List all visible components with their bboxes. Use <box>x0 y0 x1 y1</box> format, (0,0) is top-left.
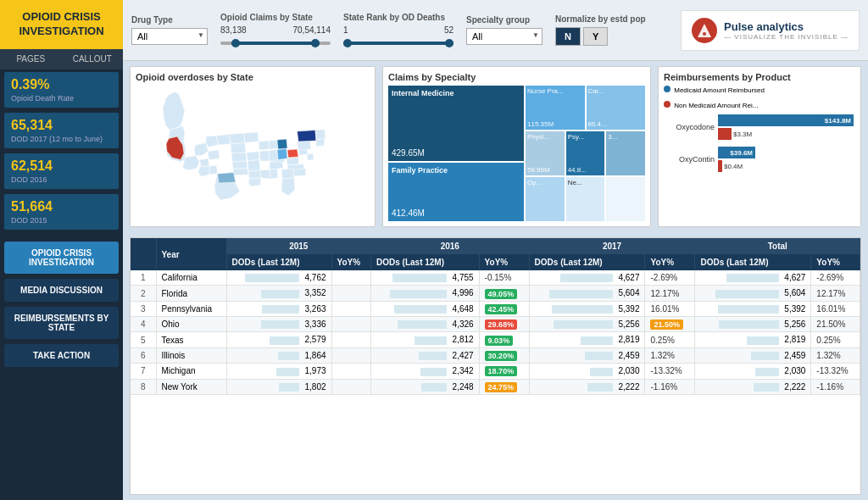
logo-text-group: Pulse analytics — VISUALIZE THE INVISIBL… <box>724 20 849 41</box>
table-row[interactable]: 6 Illinois 1,864 2,427 30.20% 2,459 1.32… <box>131 347 860 363</box>
normalize-toggle: N Y <box>555 27 646 46</box>
col-total: Total <box>695 238 860 254</box>
menu-reimbursements[interactable]: REIMBURSEMENTS BY STATE <box>4 307 119 339</box>
yoy2016-cell: -0.15% <box>479 270 529 286</box>
opioid-claims-filter: Opioid Claims by State 83,138 70,54,114 <box>220 13 331 48</box>
rank-cell: 2 <box>131 286 156 301</box>
yoy2015-cell <box>331 301 371 316</box>
yoy2015-cell <box>331 379 371 394</box>
total-dod-cell: 5,256 <box>695 317 811 332</box>
drug-type-select-wrap[interactable]: All <box>131 28 208 45</box>
state-rank-handle-right[interactable] <box>445 39 453 47</box>
drug-type-filter: Drug Type All <box>131 15 208 45</box>
range-handle-right[interactable] <box>311 39 320 47</box>
pages-button[interactable]: PAGES <box>0 49 62 69</box>
rank-cell: 1 <box>131 270 156 286</box>
state-rank-track[interactable] <box>343 42 453 45</box>
specialty-select[interactable]: All <box>466 28 542 45</box>
treemap-family-practice[interactable]: Family Practice 412.46M <box>388 163 524 221</box>
state-rank-min: 1 <box>343 25 348 35</box>
reimb-title: Reimbursements by Product <box>664 72 855 82</box>
opioid-claims-max: 70,54,114 <box>293 25 331 35</box>
total-dod-cell: 4,627 <box>695 270 811 286</box>
treemap-psy[interactable]: Psy... 44.8... <box>566 131 605 175</box>
opioid-claims-min: 83,138 <box>220 25 247 35</box>
stat-dod-2015: 51,664 DOD 2015 <box>4 194 119 230</box>
treemap-physi[interactable]: Physi... 58.99M <box>526 131 565 175</box>
dod2015-cell: 1,864 <box>226 347 331 363</box>
total-yoy-cell: 16.01% <box>811 301 860 316</box>
treemap-op[interactable]: Op... <box>526 177 565 221</box>
rank-cell: 6 <box>131 347 156 363</box>
opioid-claims-track[interactable] <box>220 42 331 45</box>
table-row[interactable]: 5 Texas 2,579 2,812 9.03% 2,819 0.25% 2,… <box>131 332 860 347</box>
state-rank-handle-left[interactable] <box>343 39 352 47</box>
claims-title: Claims by Specialty <box>388 72 645 82</box>
col-2015: 2015 <box>226 238 371 254</box>
total-yoy-cell: 0.25% <box>811 332 860 347</box>
total-yoy-cell: -13.32% <box>811 364 860 379</box>
dod2017-cell: 2,819 <box>529 332 645 347</box>
treemap-ne[interactable]: Ne... <box>566 177 605 221</box>
oxycodone-medicaid-bar: $143.8M <box>718 114 854 126</box>
total-dod-cell: 2,222 <box>695 379 811 394</box>
treemap-3[interactable]: 3... <box>606 131 645 175</box>
dod2017-cell: 5,604 <box>529 286 645 301</box>
table-row[interactable]: 4 Ohio 3,336 4,326 29.68% 5,256 21.50% 5… <box>131 317 860 332</box>
treemap-left: Internal Medicine 429.65M Family Practic… <box>388 86 524 221</box>
treemap-internal-medicine[interactable]: Internal Medicine 429.65M <box>388 86 524 161</box>
col-2017: 2017 <box>529 238 695 254</box>
table-row[interactable]: 8 New York 1,802 2,248 24.75% 2,222 -1.1… <box>131 379 860 394</box>
total-yoy-cell: 12.17% <box>811 286 860 301</box>
col-2017-dods: DODs (Last 12M) <box>529 254 645 270</box>
treemap[interactable]: Internal Medicine 429.65M Family Practic… <box>388 86 645 221</box>
logo-area: Pulse analytics — VISUALIZE THE INVISIBL… <box>681 10 860 51</box>
logo-box: Pulse analytics — VISUALIZE THE INVISIBL… <box>681 10 860 51</box>
internal-medicine-value: 429.65M <box>392 148 520 158</box>
table-row[interactable]: 1 California 4,762 4,755 -0.15% 4,627 -2… <box>131 270 860 286</box>
dod2016-cell: 4,996 <box>371 286 480 301</box>
toggle-n-button[interactable]: N <box>555 27 581 46</box>
oxycontin-bars: $39.6M $0.4M <box>718 147 855 172</box>
range-handle-left[interactable] <box>231 39 240 47</box>
us-map[interactable] <box>136 86 370 217</box>
top-filters: Drug Type All Opioid Claims by State 83,… <box>123 0 868 61</box>
yoy2017-cell: -1.16% <box>645 379 695 394</box>
stat-death-rate: 0.39% Opioid Death Rate <box>4 72 119 108</box>
map-title: Opioid overdoses by State <box>136 72 370 82</box>
col-2017-yoy: YoY% <box>645 254 695 270</box>
col-year: Year <box>156 238 226 270</box>
opioid-claims-label: Opioid Claims by State <box>220 13 331 22</box>
logo-icon <box>692 18 717 43</box>
oxycontin-nonmedicaid-bar-wrap: $0.4M <box>718 160 855 172</box>
table-row[interactable]: 7 Michigan 1,973 2,342 18.70% 2,030 -13.… <box>131 364 860 379</box>
logo-tagline: — VISUALIZE THE INVISIBLE — <box>724 33 849 41</box>
table-row[interactable]: 2 Florida 3,352 4,996 49.05% 5,604 12.17… <box>131 286 860 301</box>
callout-button[interactable]: CALLOUT <box>62 49 124 69</box>
dod2017-cell: 2,030 <box>529 364 645 379</box>
dod2016-cell: 2,342 <box>371 364 480 379</box>
menu-media-discussion[interactable]: MEDIA DISCUSSION <box>4 279 119 302</box>
table-wrap: Year 2015 2016 2017 Total DODs (Last 12M… <box>130 237 861 495</box>
dod2016-cell: 4,755 <box>371 270 480 286</box>
drug-type-select[interactable]: All <box>131 28 208 45</box>
dod2016-cell: 4,648 <box>371 301 480 316</box>
state-cell: Illinois <box>156 347 226 363</box>
oxycontin-medicaid-bar-wrap: $39.6M <box>718 147 855 158</box>
treemap-car[interactable]: Car... 66.4... <box>587 86 646 130</box>
treemap-nurse[interactable]: Nurse Pra... 115.35M <box>526 86 585 130</box>
dod2016-cell: 2,812 <box>371 332 480 347</box>
toggle-y-button[interactable]: Y <box>583 27 608 46</box>
dod2017-cell: 2,222 <box>529 379 645 394</box>
menu-take-action[interactable]: TAKE ACTION <box>4 344 119 367</box>
yoy2016-cell: 9.03% <box>479 332 529 347</box>
menu-opioid-crisis[interactable]: OPIOID CRISIS INVESTIGATION <box>4 242 119 274</box>
specialty-select-wrap[interactable]: All <box>466 28 542 45</box>
treemap-extra[interactable] <box>606 177 645 221</box>
logo-name: Pulse analytics <box>724 20 849 33</box>
yoy2015-cell <box>331 270 371 286</box>
table-row[interactable]: 3 Pennsylvania 3,263 4,648 42.45% 5,392 … <box>131 301 860 316</box>
yoy2016-cell: 18.70% <box>479 364 529 379</box>
rank-cell: 3 <box>131 301 156 316</box>
total-dod-cell: 5,604 <box>695 286 811 301</box>
